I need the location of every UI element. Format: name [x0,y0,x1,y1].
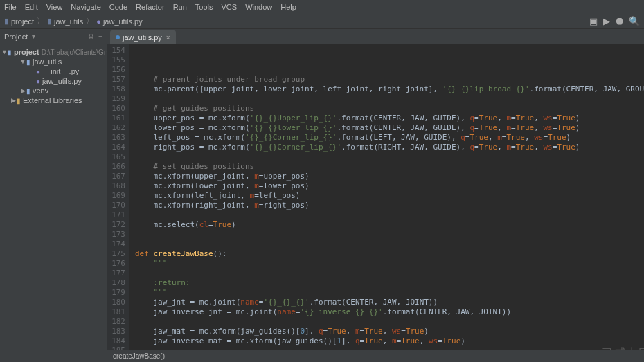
code-editor[interactable]: 1541551561571581591601611621631641651661… [107,44,644,350]
code-line[interactable]: """ [135,288,644,298]
project-panel-header: Project ▾ ⚙ − [0,29,107,44]
code-line[interactable]: mc.xform(upper_joint, m=upper_pos) [135,172,644,181]
chevron-down-icon[interactable]: ▾ [32,33,35,40]
breadcrumb-function[interactable]: createJawBase() [113,352,165,360]
menu-window[interactable]: Window [245,3,272,11]
tab-label: jaw_utils.py [123,33,162,42]
menu-navigate[interactable]: Navigate [71,3,100,11]
py-icon: ● [36,78,40,85]
tree-root[interactable]: ▼ ▮ project D:\Trabajo\Clients\Gnomon\ja… [0,47,107,57]
tree-item-label: jaw_utils [33,57,62,66]
code-line[interactable]: jaw_mat = mc.xform(jaw_guides()[0], q=Tr… [135,327,644,336]
navigation-bar: ▮ project 〉 ▮ jaw_utils 〉 ● jaw_utils.py… [0,14,644,29]
code-line[interactable]: mc.parent([upper_joint, lower_joint, lef… [135,84,644,94]
python-file-icon: ● [96,17,101,26]
tree-root-path: D:\Trabajo\Clients\Gnomon\jaw_tutorial\p [42,48,107,56]
menu-vcs[interactable]: VCS [222,3,238,11]
editor: jaw_utils.py × 1541551561571581591601611… [107,29,644,362]
pkg-icon: ▮ [26,87,30,95]
debug-icon[interactable]: ⬣ [616,16,623,26]
pkg-icon: ▮ [26,58,30,66]
menu-file[interactable]: File [4,3,17,11]
code-line[interactable]: left_pos = mc.xform('{}_{}Corner_lip_{}'… [135,133,644,143]
menu-view[interactable]: View [46,3,63,11]
expand-icon[interactable]: ▶ [19,87,26,94]
project-icon: ▮ [8,48,12,56]
code-body[interactable]: # parent joints under broad group mc.par… [129,44,644,350]
gear-icon[interactable]: ⚙ [88,33,94,40]
code-line[interactable]: mc.select(cl=True) [135,220,644,230]
menu-help[interactable]: Help [280,3,296,11]
project-folder-icon: ▮ [4,17,8,26]
code-line[interactable]: jaw_jnt = mc.joint(name='{}_{}_{}'.forma… [135,298,644,307]
lib-icon: ▮ [17,97,21,105]
code-line[interactable]: # parent joints under broad group [135,75,644,84]
tree-item-label: __init__.py [42,67,79,75]
build-icon[interactable]: ▣ [589,16,598,26]
code-line[interactable]: # get guides positions [135,104,644,114]
menu-tools[interactable]: Tools [195,3,213,11]
tree-item-label: venv [33,87,48,95]
collapse-icon[interactable]: − [98,33,102,40]
code-line[interactable]: lower_pos = mc.xform('{}_{}lower_lip_{}'… [135,123,644,133]
tree-item-label: External Libraries [23,96,82,105]
expand-icon[interactable]: ▼ [19,58,26,65]
code-line[interactable] [135,317,644,327]
tree-item[interactable]: ▼▮jaw_utils [0,57,107,66]
code-line[interactable]: """ [135,259,644,269]
menu-code[interactable]: Code [109,3,127,11]
code-line[interactable]: mc.xform(lower_joint, m=lower_pos) [135,181,644,191]
code-line[interactable] [135,346,644,350]
code-line[interactable]: def createJawBase(): [135,249,644,259]
code-line[interactable]: mc.xform(right_joint, m=right_pos) [135,201,644,210]
editor-breadcrumb: createJawBase() [107,350,644,362]
gutter: 1541551561571581591601611621631641651661… [107,44,129,350]
code-line[interactable]: jaw_inverse_jnt = mc.joint(name='{}_inve… [135,307,644,317]
py-icon: ● [36,68,40,75]
breadcrumb-package[interactable]: jaw_utils [54,17,83,26]
code-line[interactable]: right_pos = mc.xform('{}_{}Corner_lip_{}… [135,143,644,152]
project-tool-window: Project ▾ ⚙ − ▼ ▮ project D:\Trabajo\Cli… [0,29,107,362]
tree-item[interactable]: ▶▮venv [0,86,107,96]
code-line[interactable]: mc.xform(left_joint, m=left_pos) [135,191,644,201]
code-line[interactable]: upper_pos = mc.xform('{}_{}Upper_lip_{}'… [135,114,644,123]
breadcrumb-file[interactable]: jaw_utils.py [103,17,143,26]
code-line[interactable]: # set guides positions [135,162,644,172]
code-line[interactable] [135,230,644,239]
menu-edit[interactable]: Edit [25,3,38,11]
breadcrumb-project[interactable]: project [11,17,34,26]
run-icon[interactable]: ▶ [603,16,610,26]
menu-refactor[interactable]: Refactor [136,3,165,11]
menu-bar: File Edit View Navigate Code Refactor Ru… [0,0,644,14]
tree-item[interactable]: ▶▮External Libraries [0,96,107,105]
expand-icon[interactable]: ▼ [1,48,8,55]
tree-item-label: jaw_utils.py [42,77,82,85]
code-line[interactable] [135,152,644,162]
tree-root-label: project [14,48,39,56]
code-line[interactable]: jaw_inverse_mat = mc.xform(jaw_guides()[… [135,336,644,346]
editor-tabs: jaw_utils.py × [107,29,644,44]
code-line[interactable] [135,269,644,278]
modified-dot-icon [116,35,120,39]
tree-item[interactable]: ●jaw_utils.py [0,76,107,86]
code-line[interactable] [135,65,644,75]
package-icon: ▮ [47,17,51,26]
search-icon[interactable]: 🔍 [629,16,640,26]
expand-icon[interactable]: ▶ [10,97,17,104]
menu-run[interactable]: Run [173,3,187,11]
editor-tab-jaw-utils[interactable]: jaw_utils.py × [110,30,176,44]
project-panel-title[interactable]: Project [4,33,28,41]
close-icon[interactable]: × [166,34,170,42]
code-line[interactable] [135,239,644,249]
code-line[interactable]: :return: [135,278,644,288]
project-tree[interactable]: ▼ ▮ project D:\Trabajo\Clients\Gnomon\ja… [0,44,107,362]
chevron-right-icon: 〉 [86,16,93,26]
code-line[interactable] [135,210,644,220]
code-line[interactable] [135,94,644,104]
tree-item[interactable]: ●__init__.py [0,66,107,76]
chevron-right-icon: 〉 [37,16,44,26]
